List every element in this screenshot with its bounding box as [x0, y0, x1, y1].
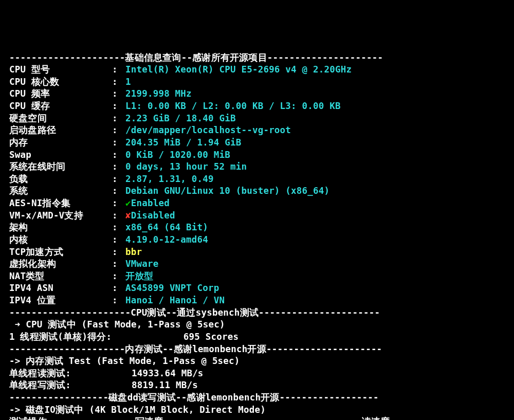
value: Debian GNU/Linux 10 (buster) (x86_64)	[125, 186, 329, 196]
basic-info-row: CPU 频率:2199.998 MHz	[9, 88, 505, 100]
value: 204.35 MiB / 1.94 GiB	[125, 137, 241, 148]
value: /dev/mapper/localhost--vg-root	[125, 125, 291, 135]
basic-info-row: 硬盘空间:2.23 GiB / 18.40 GiB	[9, 113, 505, 125]
vmx-row: VM-x/AMD-V支持:✘Disabled	[9, 210, 505, 222]
check-icon: ✔	[125, 198, 131, 208]
colon: :	[112, 222, 125, 234]
label: CPU 频率	[9, 88, 112, 100]
colon: :	[112, 246, 125, 259]
value: bbr	[125, 247, 142, 257]
value: VMware	[125, 259, 158, 269]
colon: :	[112, 210, 125, 222]
cpu-score-value: 695 Scores	[183, 332, 238, 342]
label: AES-NI指令集	[9, 197, 112, 210]
colon: :	[112, 137, 125, 149]
colon: :	[112, 64, 125, 76]
value: 1	[125, 77, 131, 87]
dash-right: ------------------	[280, 392, 379, 403]
label: 系统	[9, 185, 112, 197]
dash-left: ------------------	[9, 392, 108, 403]
basic-info-row: Swap:0 KiB / 1020.00 MiB	[9, 149, 505, 161]
aes-ni-row: AES-NI指令集:✔Enabled	[9, 197, 505, 210]
cpu-score-row: 1 线程测试(单核)得分: 695 Scores	[9, 331, 505, 343]
value: 0 KiB / 1020.00 MiB	[125, 150, 230, 160]
value: 2.87, 1.31, 0.49	[125, 174, 214, 184]
label: CPU 缓存	[9, 100, 112, 113]
dash-right: ----------------------	[259, 307, 380, 318]
colon: :	[112, 295, 125, 307]
value: Hanoi / Hanoi / VN	[125, 295, 225, 305]
label: NAT类型	[9, 270, 112, 283]
label: CPU 核心数	[9, 76, 112, 88]
label: 系统在线时间	[9, 161, 112, 173]
colon: :	[112, 100, 125, 113]
mem-write-label: 单线程写测试:	[9, 380, 132, 390]
cpu-score-label: 1 线程测试(单核)得分:	[9, 332, 183, 342]
disk-header-row: 测试操作 写速度 读速度	[9, 416, 505, 420]
mem-write-value: 8819.11 MB/s	[132, 380, 198, 390]
label: IPV4 位置	[9, 295, 112, 307]
value: 4.19.0-12-amd64	[125, 234, 208, 245]
colon: :	[112, 124, 125, 137]
value: Intel(R) Xeon(R) CPU E5-2696 v4 @ 2.20GH…	[125, 64, 352, 75]
colon: :	[112, 185, 125, 197]
basic-info-row: IPV4 位置:Hanoi / Hanoi / VN	[9, 295, 505, 307]
value: 2199.998 MHz	[125, 88, 192, 99]
colon: :	[112, 88, 125, 100]
value: Disabled	[131, 210, 175, 221]
basic-info-row: 启动盘路径:/dev/mapper/localhost--vg-root	[9, 124, 505, 137]
basic-info-row: NAT类型:开放型	[9, 270, 505, 283]
colon: :	[112, 113, 125, 125]
dash-right: ---------------------	[267, 52, 383, 63]
colon: :	[112, 149, 125, 161]
section-title: 内存测试--感谢lemonbench开源	[125, 344, 266, 354]
basic-info-row: 负载:2.87, 1.31, 0.49	[9, 173, 505, 186]
colon: :	[112, 161, 125, 173]
dash-left: ---------------------	[9, 344, 125, 354]
basic-info-row: 内核:4.19.0-12-amd64	[9, 234, 505, 246]
dash-left: ----------------------	[9, 307, 131, 318]
basic-info-row: TCP加速方式:bbr	[9, 246, 505, 259]
section-title: CPU测试--通过sysbench测试	[131, 307, 259, 318]
colon: :	[112, 234, 125, 246]
label: VM-x/AMD-V支持	[9, 210, 112, 222]
memory-test-heading: -> 内存测试 Test (Fast Mode, 1-Pass @ 5sec)	[9, 355, 505, 368]
colon: :	[112, 282, 125, 295]
dash-left: ---------------------	[9, 52, 125, 63]
disk-col-write: 写速度	[135, 416, 362, 420]
basic-info-row: IPV4 ASN:AS45899 VNPT Corp	[9, 282, 505, 295]
cross-icon: ✘	[125, 210, 131, 221]
label: TCP加速方式	[9, 246, 112, 259]
section-basic-info: ---------------------基础信息查询--感谢所有开源项目---…	[9, 52, 505, 64]
mem-read-row: 单线程读测试: 14933.64 MB/s	[9, 368, 505, 380]
label: 负载	[9, 173, 112, 186]
basic-info-row: CPU 核心数:1	[9, 76, 505, 88]
label: 内存	[9, 137, 112, 149]
value: L1: 0.00 KB / L2: 0.00 KB / L3: 0.00 KB	[125, 101, 341, 111]
basic-info-row: 虚拟化架构:VMware	[9, 258, 505, 270]
disk-col-read: 读速度	[362, 416, 390, 420]
section-cpu-test: ----------------------CPU测试--通过sysbench测…	[9, 307, 505, 319]
disk-test-heading: -> 磁盘IO测试中 (4K Block/1M Block, Direct Mo…	[9, 404, 505, 416]
basic-info-row: CPU 缓存:L1: 0.00 KB / L2: 0.00 KB / L3: 0…	[9, 100, 505, 113]
label: 虚拟化架构	[9, 258, 112, 270]
cpu-test-heading: ➜ CPU 测试中 (Fast Mode, 1-Pass @ 5sec)	[9, 319, 505, 331]
value: 2.23 GiB / 18.40 GiB	[125, 113, 236, 123]
section-title: 磁盘dd读写测试--感谢lemonbench开源	[108, 392, 279, 403]
colon: :	[112, 270, 125, 283]
section-memory-test: ---------------------内存测试--感谢lemonbench开…	[9, 343, 505, 356]
value: 开放型	[125, 271, 154, 281]
value: x86_64 (64 Bit)	[125, 222, 208, 232]
basic-info-row: 内存:204.35 MiB / 1.94 GiB	[9, 137, 505, 149]
value: 0 days, 13 hour 52 min	[125, 161, 247, 172]
disk-col-op: 测试操作	[9, 416, 135, 420]
value: AS45899 VNPT Corp	[125, 283, 219, 293]
label: 启动盘路径	[9, 124, 112, 137]
colon: :	[112, 258, 125, 270]
basic-info-row: 架构:x86_64 (64 Bit)	[9, 222, 505, 234]
label: IPV4 ASN	[9, 282, 112, 295]
label: 硬盘空间	[9, 113, 112, 125]
section-title: 基础信息查询--感谢所有开源项目	[125, 52, 267, 63]
value: Enabled	[131, 198, 170, 208]
label: 内核	[9, 234, 112, 246]
